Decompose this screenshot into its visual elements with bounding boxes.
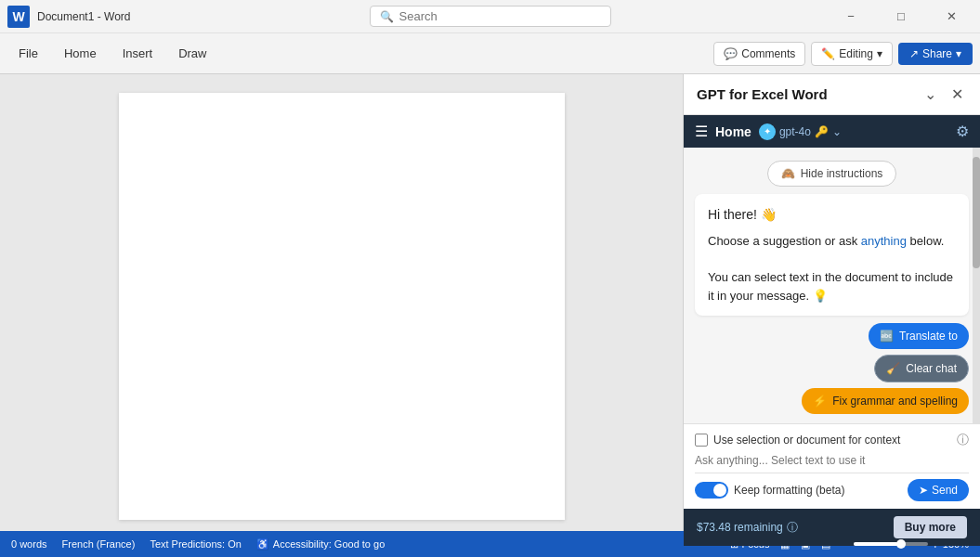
minimize-button[interactable]: −: [830, 0, 872, 33]
scrollbar[interactable]: [973, 148, 980, 423]
zoom-slider-thumb[interactable]: [896, 539, 906, 549]
anything-link: anything: [861, 234, 907, 248]
tab-home[interactable]: Home: [53, 39, 108, 68]
suggestions: 🔤 Translate to 🧹 Clear chat ⚡ Fix gramma…: [695, 323, 969, 414]
zoom-slider-fill: [854, 542, 898, 546]
gpt-panel-header: GPT for Excel Word ⌄ ✕: [684, 74, 980, 115]
translate-label: Translate to: [899, 330, 958, 343]
title-bar: W Document1 - Word 🔍 − □ ✕: [0, 0, 980, 33]
clear-chat-button[interactable]: 🧹 Clear chat: [874, 355, 969, 382]
search-bar[interactable]: 🔍: [370, 6, 611, 27]
translate-icon: 🔤: [880, 330, 894, 343]
fix-label: Fix grammar and spelling: [832, 395, 958, 408]
share-icon: ↗: [909, 47, 919, 60]
model-name: gpt-4o: [779, 125, 811, 138]
gpt-footer: $73.48 remaining ⓘ Buy more: [684, 509, 980, 546]
eye-slash-icon: 🙈: [781, 167, 795, 180]
chat-para2: You can select text in the document to i…: [708, 268, 956, 304]
accessibility: ♿ Accessibility: Good to go: [256, 538, 385, 551]
tab-insert[interactable]: Insert: [111, 39, 164, 68]
zoom-slider[interactable]: [854, 542, 928, 546]
comment-icon: 💬: [724, 47, 738, 60]
chat-bubble: Hi there! 👋 Choose a suggestion or ask a…: [695, 194, 969, 316]
format-row: Keep formatting (beta) ➤ Send: [695, 479, 969, 501]
search-icon: 🔍: [380, 10, 394, 23]
key-icon: 🔑: [815, 125, 829, 138]
close-button[interactable]: ✕: [930, 0, 973, 33]
language: French (France): [62, 538, 136, 550]
translate-button[interactable]: 🔤 Translate to: [869, 323, 969, 349]
maximize-button[interactable]: □: [880, 0, 922, 33]
chevron-down-icon: ▾: [877, 47, 882, 60]
format-toggle[interactable]: [695, 482, 728, 499]
lightning-icon: ⚡: [813, 395, 827, 408]
comments-button[interactable]: 💬 Comments: [713, 42, 805, 66]
context-checkbox[interactable]: [695, 434, 708, 447]
document-page: [119, 93, 565, 520]
context-label: Use selection or document for context: [713, 434, 951, 447]
text-predictions: Text Predictions: On: [150, 538, 241, 550]
menu-icon[interactable]: ☰: [695, 123, 708, 140]
editing-label: Editing: [839, 47, 873, 60]
pencil-icon: ✏️: [821, 47, 835, 60]
buy-more-button[interactable]: Buy more: [894, 516, 967, 538]
info-icon[interactable]: ⓘ: [957, 432, 969, 448]
gpt-bottom: Use selection or document for context ⓘ …: [684, 423, 980, 509]
gpt-panel-controls: ⌄ ✕: [921, 84, 967, 105]
main-area: GPT for Excel Word ⌄ ✕ ☰ Home ✦ gpt-4o 🔑…: [0, 74, 980, 531]
send-label: Send: [932, 484, 958, 497]
ribbon-bar: File Home Insert Draw 💬 Comments ✏️ Edit…: [0, 33, 980, 74]
gpt-scroll-area[interactable]: 🙈 Hide instructions Hi there! 👋 Choose a…: [684, 148, 980, 423]
model-chevron-icon: ⌄: [832, 125, 842, 138]
share-chevron-icon: ▾: [956, 47, 961, 60]
clear-chat-label: Clear chat: [906, 362, 957, 375]
remaining-text: $73.48 remaining ⓘ: [697, 520, 798, 536]
search-input[interactable]: [399, 9, 585, 23]
openai-icon: ✦: [759, 123, 776, 140]
gpt-inner: ☰ Home ✦ gpt-4o 🔑 ⌄ ⚙: [684, 115, 980, 546]
tab-file[interactable]: File: [7, 39, 49, 68]
tab-draw[interactable]: Draw: [167, 39, 217, 68]
hi-line: Hi there! 👋: [708, 205, 956, 225]
hide-instructions-label: Hide instructions: [801, 167, 883, 180]
gpt-panel: GPT for Excel Word ⌄ ✕ ☰ Home ✦ gpt-4o 🔑…: [683, 74, 980, 531]
close-panel-button[interactable]: ✕: [947, 84, 967, 105]
comments-label: Comments: [741, 47, 795, 60]
editing-button[interactable]: ✏️ Editing ▾: [811, 42, 893, 66]
home-label: Home: [715, 124, 751, 139]
remaining-info-icon[interactable]: ⓘ: [787, 520, 798, 536]
share-label: Share: [922, 47, 952, 60]
word-count: 0 words: [11, 538, 47, 550]
gpt-panel-title: GPT for Excel Word: [697, 86, 828, 102]
fix-grammar-button[interactable]: ⚡ Fix grammar and spelling: [802, 388, 969, 414]
input-row: [695, 454, 969, 473]
bulb-icon: 💡: [813, 289, 828, 303]
gear-icon[interactable]: ⚙: [956, 123, 969, 140]
window-controls: − □ ✕: [830, 0, 973, 33]
collapse-panel-button[interactable]: ⌄: [921, 84, 940, 105]
scrollbar-thumb[interactable]: [973, 157, 980, 268]
remaining-label: $73.48 remaining: [697, 521, 783, 534]
context-row: Use selection or document for context ⓘ: [695, 432, 969, 448]
word-logo: W: [7, 6, 30, 28]
gpt-content: 🙈 Hide instructions Hi there! 👋 Choose a…: [684, 148, 980, 546]
accessibility-icon: ♿: [256, 538, 269, 551]
share-button[interactable]: ↗ Share ▾: [898, 43, 973, 65]
ribbon-right: 💬 Comments ✏️ Editing ▾ ↗ Share ▾: [713, 42, 973, 66]
model-selector[interactable]: ✦ gpt-4o 🔑 ⌄: [759, 123, 842, 140]
gpt-toolbar: ☰ Home ✦ gpt-4o 🔑 ⌄ ⚙: [684, 115, 980, 148]
chat-input[interactable]: [695, 454, 969, 467]
hide-instructions-button[interactable]: 🙈 Hide instructions: [767, 161, 897, 187]
format-label: Keep formatting (beta): [734, 484, 844, 497]
send-icon: ➤: [919, 484, 928, 497]
document-area[interactable]: [0, 74, 683, 531]
chat-para1: Choose a suggestion or ask anything belo…: [708, 232, 956, 251]
send-button[interactable]: ➤ Send: [908, 479, 969, 501]
eraser-icon: 🧹: [886, 362, 900, 375]
